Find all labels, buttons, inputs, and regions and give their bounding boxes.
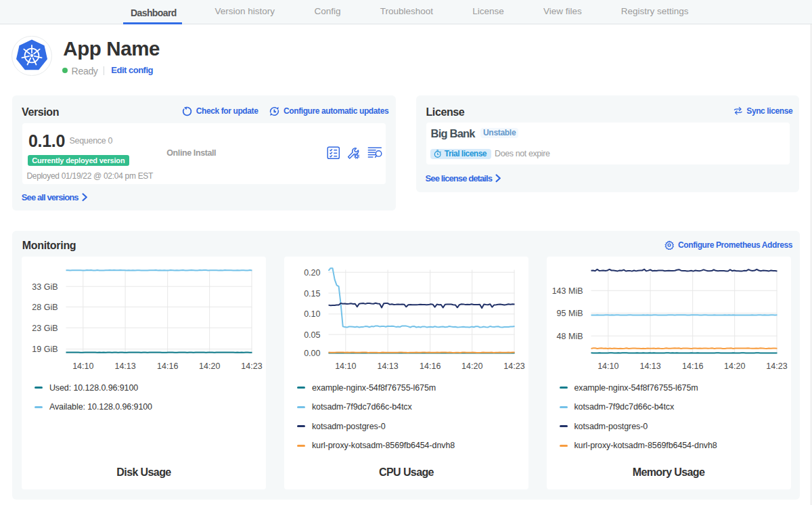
svg-text:14:23: 14:23 [766, 361, 787, 371]
svg-text:0.15: 0.15 [304, 289, 320, 299]
svg-text:19 GiB: 19 GiB [32, 345, 58, 354]
svg-text:0.10: 0.10 [304, 309, 320, 319]
svg-text:14:20: 14:20 [461, 361, 482, 371]
svg-text:14:16: 14:16 [420, 361, 441, 371]
svg-text:48 MiB: 48 MiB [556, 332, 583, 341]
svg-text:14:23: 14:23 [503, 361, 524, 371]
svg-text:23 GiB: 23 GiB [32, 324, 58, 333]
svg-text:14:13: 14:13 [639, 361, 660, 371]
svg-text:33 GiB: 33 GiB [32, 282, 58, 292]
svg-text:14:13: 14:13 [377, 361, 398, 371]
svg-text:14:16: 14:16 [157, 361, 178, 371]
svg-text:0.05: 0.05 [304, 330, 320, 340]
svg-text:14:20: 14:20 [199, 361, 220, 371]
svg-text:14:10: 14:10 [597, 361, 618, 371]
svg-text:28 GiB: 28 GiB [32, 303, 58, 312]
svg-text:14:13: 14:13 [114, 361, 135, 371]
svg-text:14:23: 14:23 [241, 361, 262, 371]
svg-text:14:20: 14:20 [724, 361, 745, 371]
svg-text:95 MiB: 95 MiB [556, 309, 583, 318]
svg-text:14:10: 14:10 [72, 361, 93, 371]
svg-text:14:10: 14:10 [335, 361, 356, 371]
svg-text:0.20: 0.20 [304, 268, 320, 278]
svg-text:0.00: 0.00 [304, 349, 320, 358]
svg-text:143 MiB: 143 MiB [551, 286, 583, 296]
svg-text:14:16: 14:16 [682, 361, 703, 371]
